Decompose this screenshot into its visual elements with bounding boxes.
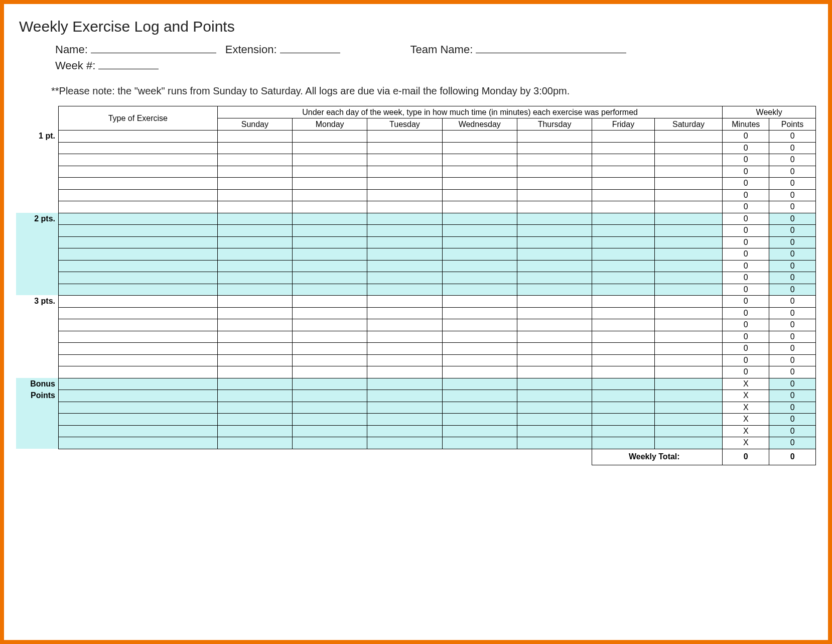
- day-cell[interactable]: [442, 331, 517, 343]
- day-cell[interactable]: [517, 260, 592, 272]
- day-cell[interactable]: [293, 425, 367, 437]
- day-cell[interactable]: [654, 331, 723, 343]
- exercise-cell[interactable]: [59, 307, 218, 319]
- day-cell[interactable]: [442, 236, 517, 248]
- day-cell[interactable]: [367, 414, 442, 426]
- day-cell[interactable]: [517, 437, 592, 449]
- exercise-cell[interactable]: [59, 402, 218, 414]
- day-cell[interactable]: [654, 390, 723, 402]
- day-cell[interactable]: [592, 284, 654, 296]
- day-cell[interactable]: [217, 319, 292, 331]
- day-cell[interactable]: [293, 131, 367, 143]
- day-cell[interactable]: [293, 166, 367, 178]
- day-cell[interactable]: [367, 225, 442, 237]
- day-cell[interactable]: [293, 414, 367, 426]
- day-cell[interactable]: [367, 284, 442, 296]
- day-cell[interactable]: [592, 189, 654, 201]
- day-cell[interactable]: [217, 189, 292, 201]
- day-cell[interactable]: [293, 331, 367, 343]
- day-cell[interactable]: [217, 131, 292, 143]
- exercise-cell[interactable]: [59, 236, 218, 248]
- exercise-cell[interactable]: [59, 260, 218, 272]
- day-cell[interactable]: [442, 178, 517, 190]
- day-cell[interactable]: [217, 272, 292, 284]
- exercise-cell[interactable]: [59, 201, 218, 213]
- day-cell[interactable]: [592, 142, 654, 154]
- day-cell[interactable]: [654, 307, 723, 319]
- name-input[interactable]: [91, 42, 216, 53]
- day-cell[interactable]: [217, 414, 292, 426]
- day-cell[interactable]: [367, 272, 442, 284]
- day-cell[interactable]: [217, 154, 292, 166]
- day-cell[interactable]: [442, 402, 517, 414]
- exercise-cell[interactable]: [59, 390, 218, 402]
- day-cell[interactable]: [293, 366, 367, 378]
- day-cell[interactable]: [592, 131, 654, 143]
- day-cell[interactable]: [654, 260, 723, 272]
- day-cell[interactable]: [654, 437, 723, 449]
- day-cell[interactable]: [293, 178, 367, 190]
- day-cell[interactable]: [517, 154, 592, 166]
- day-cell[interactable]: [442, 296, 517, 308]
- day-cell[interactable]: [217, 142, 292, 154]
- day-cell[interactable]: [442, 354, 517, 366]
- day-cell[interactable]: [293, 284, 367, 296]
- day-cell[interactable]: [592, 425, 654, 437]
- day-cell[interactable]: [367, 213, 442, 225]
- day-cell[interactable]: [367, 319, 442, 331]
- day-cell[interactable]: [217, 201, 292, 213]
- day-cell[interactable]: [654, 189, 723, 201]
- day-cell[interactable]: [517, 201, 592, 213]
- day-cell[interactable]: [442, 154, 517, 166]
- day-cell[interactable]: [217, 225, 292, 237]
- day-cell[interactable]: [367, 402, 442, 414]
- day-cell[interactable]: [592, 296, 654, 308]
- day-cell[interactable]: [367, 142, 442, 154]
- day-cell[interactable]: [293, 260, 367, 272]
- day-cell[interactable]: [592, 213, 654, 225]
- day-cell[interactable]: [217, 248, 292, 261]
- day-cell[interactable]: [442, 142, 517, 154]
- day-cell[interactable]: [293, 213, 367, 225]
- day-cell[interactable]: [517, 248, 592, 261]
- day-cell[interactable]: [654, 142, 723, 154]
- day-cell[interactable]: [654, 272, 723, 284]
- day-cell[interactable]: [592, 414, 654, 426]
- day-cell[interactable]: [367, 154, 442, 166]
- day-cell[interactable]: [654, 225, 723, 237]
- day-cell[interactable]: [293, 142, 367, 154]
- exercise-cell[interactable]: [59, 414, 218, 426]
- day-cell[interactable]: [654, 178, 723, 190]
- day-cell[interactable]: [367, 378, 442, 390]
- day-cell[interactable]: [442, 390, 517, 402]
- day-cell[interactable]: [367, 437, 442, 449]
- day-cell[interactable]: [442, 319, 517, 331]
- day-cell[interactable]: [592, 366, 654, 378]
- day-cell[interactable]: [517, 189, 592, 201]
- exercise-cell[interactable]: [59, 213, 218, 225]
- team-input[interactable]: [476, 42, 626, 53]
- day-cell[interactable]: [592, 437, 654, 449]
- day-cell[interactable]: [293, 154, 367, 166]
- day-cell[interactable]: [517, 272, 592, 284]
- day-cell[interactable]: [442, 366, 517, 378]
- day-cell[interactable]: [367, 390, 442, 402]
- day-cell[interactable]: [367, 248, 442, 261]
- day-cell[interactable]: [654, 154, 723, 166]
- day-cell[interactable]: [217, 307, 292, 319]
- day-cell[interactable]: [217, 343, 292, 355]
- day-cell[interactable]: [517, 402, 592, 414]
- day-cell[interactable]: [293, 248, 367, 261]
- day-cell[interactable]: [517, 225, 592, 237]
- day-cell[interactable]: [367, 307, 442, 319]
- week-input[interactable]: [98, 58, 159, 69]
- day-cell[interactable]: [517, 166, 592, 178]
- day-cell[interactable]: [654, 354, 723, 366]
- exercise-cell[interactable]: [59, 166, 218, 178]
- day-cell[interactable]: [217, 402, 292, 414]
- day-cell[interactable]: [367, 201, 442, 213]
- day-cell[interactable]: [442, 425, 517, 437]
- day-cell[interactable]: [654, 402, 723, 414]
- exercise-cell[interactable]: [59, 319, 218, 331]
- exercise-cell[interactable]: [59, 437, 218, 449]
